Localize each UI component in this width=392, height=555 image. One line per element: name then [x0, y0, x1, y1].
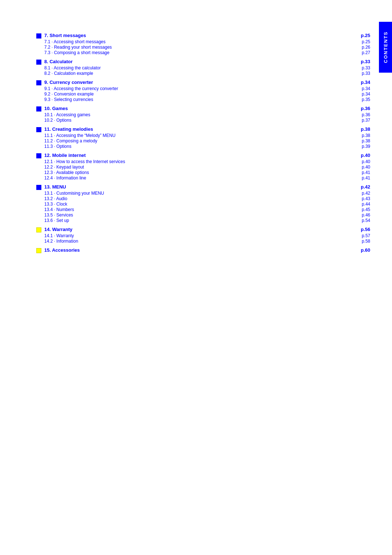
- section-page-12: p.40: [352, 153, 370, 158]
- section-header-11: 11. Creating melodiesp.38: [36, 126, 370, 132]
- section-icon-8: [36, 60, 41, 65]
- subsection-row-13-2: 13.2 · Audiop.43: [44, 196, 370, 201]
- subsection-page-13-3: p.44: [352, 202, 370, 207]
- subsection-title-7-1: 7.1 · Accessing short messages: [44, 39, 352, 44]
- subsection-page-13-4: p.45: [352, 207, 370, 212]
- section-header-8: 8. Calculatorp.33: [36, 59, 370, 65]
- subsection-title-12-3: 12.3 · Available options: [44, 170, 352, 175]
- subsection-title-12-1: 12.1 · How to access the Internet servic…: [44, 159, 352, 164]
- section-9: 9. Currency converterp.349.1 · Accessing…: [36, 80, 370, 102]
- subsection-row-9-3: 9.3 · Selecting currenciesp.35: [44, 97, 370, 102]
- subsection-page-13-5: p.46: [352, 212, 370, 218]
- subsection-row-11-1: 11.1 · Accessing the “Melody” MENUp.38: [44, 133, 370, 138]
- subsection-row-10-2: 10.2 · Optionsp.37: [44, 118, 370, 123]
- subsections-8: 8.1 · Accessing the calculatorp.338.2 · …: [36, 65, 370, 76]
- subsection-page-11-2: p.38: [352, 138, 370, 143]
- subsection-row-13-4: 13.4 · Numbersp.45: [44, 207, 370, 212]
- section-icon-7: [36, 33, 41, 39]
- subsection-title-12-2: 12.2 · Keypad layout: [44, 165, 352, 170]
- section-title-14: 14. Warranty: [44, 227, 352, 232]
- section-page-10: p.36: [352, 106, 370, 111]
- subsection-row-9-1: 9.1 · Accessing the currency converterp.…: [44, 86, 370, 91]
- subsection-page-13-1: p.42: [352, 191, 370, 196]
- section-icon-10: [36, 106, 41, 112]
- section-title-7: 7. Short messages: [44, 33, 352, 38]
- section-title-10: 10. Games: [44, 106, 352, 111]
- subsections-9: 9.1 · Accessing the currency converterp.…: [36, 86, 370, 102]
- section-header-12: 12. Mobile internetp.40: [36, 153, 370, 158]
- subsection-page-9-3: p.35: [352, 97, 370, 102]
- section-page-15: p.60: [352, 247, 370, 253]
- contents-label: CONTENTS: [383, 31, 388, 63]
- section-15: 15. Accessoriesp.60: [36, 247, 370, 253]
- subsection-page-12-3: p.41: [352, 170, 370, 175]
- subsection-title-11-2: 11.2 · Composing a melody: [44, 138, 352, 143]
- subsection-title-14-1: 14.1 · Warranty: [44, 233, 352, 238]
- section-title-13: 13. MENU: [44, 184, 352, 190]
- subsection-title-10-1: 10.1 · Accessing games: [44, 112, 352, 117]
- subsection-page-13-2: p.43: [352, 196, 370, 201]
- subsection-row-8-2: 8.2 · Calculation examplep.33: [44, 71, 370, 76]
- subsection-page-11-1: p.38: [352, 133, 370, 138]
- section-icon-14: [36, 227, 41, 232]
- subsection-title-9-2: 9.2 · Conversion example: [44, 92, 352, 97]
- section-8: 8. Calculatorp.338.1 · Accessing the cal…: [36, 59, 370, 76]
- subsection-page-8-2: p.33: [352, 71, 370, 76]
- section-icon-12: [36, 153, 41, 158]
- subsection-row-9-2: 9.2 · Conversion examplep.34: [44, 92, 370, 97]
- subsection-page-12-4: p.41: [352, 175, 370, 181]
- subsection-page-7-1: p.25: [352, 39, 370, 44]
- subsection-title-14-2: 14.2 · Information: [44, 239, 352, 244]
- section-header-9: 9. Currency converterp.34: [36, 80, 370, 85]
- section-title-15: 15. Accessories: [44, 247, 352, 253]
- subsection-row-8-1: 8.1 · Accessing the calculatorp.33: [44, 65, 370, 70]
- subsection-page-7-3: p.27: [352, 50, 370, 55]
- section-10: 10. Gamesp.3610.1 · Accessing gamesp.361…: [36, 106, 370, 123]
- subsection-row-14-1: 14.1 · Warrantyp.57: [44, 233, 370, 238]
- section-page-13: p.42: [352, 184, 370, 190]
- section-header-13: 13. MENUp.42: [36, 184, 370, 190]
- subsection-title-7-3: 7.3 · Composing a short message: [44, 50, 352, 55]
- subsection-title-10-2: 10.2 · Options: [44, 118, 352, 123]
- subsection-row-12-3: 12.3 · Available optionsp.41: [44, 170, 370, 175]
- subsection-title-12-4: 12.4 · Information line: [44, 175, 352, 181]
- section-page-11: p.38: [352, 126, 370, 132]
- section-page-7: p.25: [352, 33, 370, 38]
- subsection-title-9-1: 9.1 · Accessing the currency converter: [44, 86, 352, 91]
- subsection-title-13-3: 13.3 · Clock: [44, 202, 352, 207]
- subsection-page-13-6: p.54: [352, 218, 370, 223]
- subsections-7: 7.1 · Accessing short messagesp.257.2 · …: [36, 39, 370, 55]
- subsection-row-13-3: 13.3 · Clockp.44: [44, 202, 370, 207]
- page-container: CONTENTS 7. Short messagesp.257.1 · Acce…: [0, 0, 392, 555]
- subsection-row-11-3: 11.3 · Optionsp.39: [44, 144, 370, 149]
- subsection-title-13-2: 13.2 · Audio: [44, 196, 352, 201]
- subsection-page-7-2: p.26: [352, 45, 370, 50]
- subsection-page-10-2: p.37: [352, 118, 370, 123]
- section-title-12: 12. Mobile internet: [44, 153, 352, 158]
- subsection-page-14-2: p.58: [352, 239, 370, 244]
- section-7: 7. Short messagesp.257.1 · Accessing sho…: [36, 33, 370, 55]
- subsection-page-11-3: p.39: [352, 144, 370, 149]
- subsection-row-12-4: 12.4 · Information linep.41: [44, 175, 370, 181]
- section-header-14: 14. Warrantyp.56: [36, 227, 370, 232]
- subsection-row-13-6: 13.6 · Set upp.54: [44, 218, 370, 223]
- subsection-row-12-2: 12.2 · Keypad layoutp.40: [44, 165, 370, 170]
- subsection-page-9-2: p.34: [352, 92, 370, 97]
- subsection-title-13-1: 13.1 · Customising your MENU: [44, 191, 352, 196]
- section-title-11: 11. Creating melodies: [44, 126, 352, 132]
- section-icon-9: [36, 80, 41, 85]
- section-page-8: p.33: [352, 59, 370, 64]
- subsection-row-13-1: 13.1 · Customising your MENUp.42: [44, 191, 370, 196]
- subsection-title-8-2: 8.2 · Calculation example: [44, 71, 352, 76]
- section-page-14: p.56: [352, 227, 370, 232]
- subsection-title-13-6: 13.6 · Set up: [44, 218, 352, 223]
- subsection-title-11-1: 11.1 · Accessing the “Melody” MENU: [44, 133, 352, 138]
- section-title-8: 8. Calculator: [44, 59, 352, 64]
- section-header-10: 10. Gamesp.36: [36, 106, 370, 112]
- subsection-title-11-3: 11.3 · Options: [44, 144, 352, 149]
- subsections-11: 11.1 · Accessing the “Melody” MENUp.3811…: [36, 133, 370, 149]
- table-of-contents: 7. Short messagesp.257.1 · Accessing sho…: [36, 33, 370, 253]
- subsection-row-12-1: 12.1 · How to access the Internet servic…: [44, 159, 370, 164]
- subsection-row-7-3: 7.3 · Composing a short messagep.27: [44, 50, 370, 55]
- subsection-title-13-4: 13.4 · Numbers: [44, 207, 352, 212]
